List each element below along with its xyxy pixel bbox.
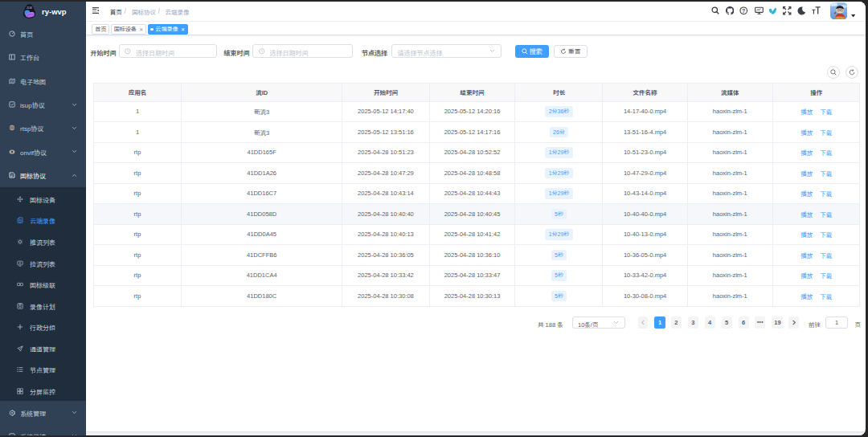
svg-text:?: ? [742,8,745,14]
svg-text:ZLM: ZLM [27,6,32,9]
